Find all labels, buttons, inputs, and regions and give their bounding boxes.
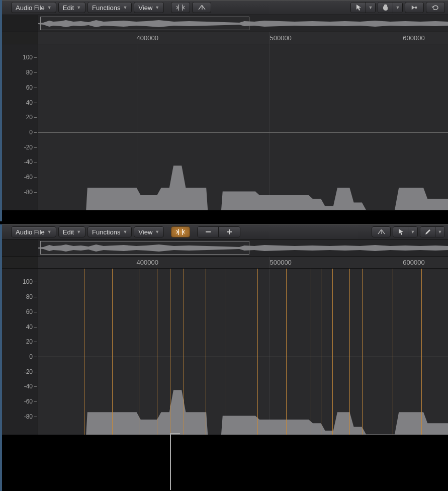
waveform-shape-icon [38,269,448,435]
menu-label: View [138,4,152,12]
svg-rect-2 [229,229,230,234]
plus-button[interactable] [219,227,240,237]
menu-audio-file[interactable]: Audio File▼ [11,2,56,13]
overview-track[interactable] [38,239,448,256]
chevron-down-icon: ▼ [123,5,127,10]
overview-gutter [2,239,38,256]
waveform-main[interactable]: 100 80 60 40 20 0 -20 -40 -60 -80 [2,269,448,435]
menu-label: Edit [63,228,74,236]
chevron-down-icon: ▼ [76,229,81,234]
overview-selection[interactable] [40,17,249,30]
menu-label: Audio File [16,228,45,236]
amp-label: 100 [23,278,33,285]
amplitude-gutter: 100 80 60 40 20 0 -20 -40 -60 -80 [2,44,38,210]
ruler-label: 500000 [270,259,291,266]
chevron-down-icon[interactable]: ▼ [435,227,444,237]
amp-label: 80 [26,293,33,300]
waveform-overview[interactable] [2,15,448,32]
transient-marker[interactable] [332,269,333,435]
audio-editor-panel-top: Audio File▼ Edit▼ Functions▼ View▼ ▼ ▼ [0,0,448,221]
hand-tool-selector[interactable]: ▼ [378,2,403,13]
amp-label: 60 [26,308,33,315]
pencil-icon[interactable] [420,227,435,237]
preview-button[interactable] [405,2,424,13]
transient-marker[interactable] [170,269,170,435]
chevron-down-icon[interactable]: ▼ [408,227,417,237]
amp-label: -20 [24,368,33,375]
chevron-down-icon[interactable]: ▼ [366,3,375,13]
pointer-tool-selector[interactable]: ▼ [393,226,418,237]
waveform-track[interactable] [38,269,448,435]
transient-marker[interactable] [139,269,139,435]
transient-mode-button[interactable] [171,2,190,13]
chevron-down-icon[interactable]: ▼ [393,3,402,13]
transient-marker[interactable] [225,269,225,435]
chevron-down-icon: ▼ [47,5,52,10]
transient-marker[interactable] [311,269,311,435]
ruler-label: 600000 [403,34,424,42]
menu-edit[interactable]: Edit▼ [58,2,85,13]
transient-marker[interactable] [362,269,363,435]
svg-rect-0 [206,231,211,232]
ruler-track[interactable]: 400000 500000 600000 [38,257,448,268]
waveform-track[interactable] [38,44,448,210]
amp-label: -60 [24,174,33,181]
hand-icon[interactable] [378,3,393,13]
amp-label: 20 [26,114,33,121]
overview-selection[interactable] [40,241,249,255]
transient-marker[interactable] [112,269,113,435]
flex-mode-button[interactable] [192,2,211,13]
amp-label: 20 [26,338,33,345]
menu-functions[interactable]: Functions▼ [87,226,132,237]
toolbar: Audio File▼ Edit▼ Functions▼ View▼ ▼ ▼ [2,224,448,239]
menu-view[interactable]: View▼ [134,2,164,13]
menu-view[interactable]: View▼ [134,226,164,237]
transient-marker[interactable] [184,269,184,435]
ruler-label: 500000 [270,34,291,42]
chevron-down-icon: ▼ [155,5,159,10]
overview-track[interactable] [38,15,448,32]
waveform-main[interactable]: 100 80 60 40 20 0 -20 -40 -60 -80 [2,44,448,210]
transient-marker[interactable] [421,269,422,435]
amp-label: -20 [24,144,33,151]
menu-functions[interactable]: Functions▼ [87,2,132,13]
audio-editor-panel-bottom: Audio File▼ Edit▼ Functions▼ View▼ ▼ ▼ [0,224,448,491]
menu-label: View [138,228,152,236]
amp-label: -80 [24,189,33,196]
pointer-icon[interactable] [351,3,366,13]
transient-marker[interactable] [157,269,157,435]
amp-label: 0 [29,129,33,136]
callout-leader [170,433,180,434]
amp-label: 0 [29,353,33,360]
amp-label: 40 [26,99,33,106]
menu-edit[interactable]: Edit▼ [58,226,85,237]
callout-leader [170,433,171,490]
minus-button[interactable] [198,227,219,237]
amp-label: 40 [26,323,33,331]
transient-marker[interactable] [321,269,321,435]
amplitude-gutter: 100 80 60 40 20 0 -20 -40 -60 -80 [2,269,38,435]
transient-sensitivity-stepper[interactable] [197,226,240,237]
toolbar: Audio File▼ Edit▼ Functions▼ View▼ ▼ ▼ [2,0,448,15]
time-ruler[interactable]: 400000 500000 600000 [2,32,448,44]
amp-label: -80 [24,413,33,420]
waveform-overview[interactable] [2,239,448,257]
transient-marker[interactable] [349,269,350,435]
amp-label: -40 [24,383,33,390]
amp-label: 60 [26,84,33,91]
pencil-tool-selector[interactable]: ▼ [420,226,445,237]
transient-marker[interactable] [393,269,393,435]
transient-marker[interactable] [286,269,287,435]
pointer-tool-selector[interactable]: ▼ [350,2,376,13]
transient-marker[interactable] [257,269,258,435]
cycle-button[interactable] [426,2,445,13]
ruler-track[interactable]: 400000 500000 600000 [38,32,448,44]
transient-marker[interactable] [84,269,84,435]
menu-audio-file[interactable]: Audio File▼ [11,226,56,237]
transient-marker[interactable] [206,269,206,435]
pointer-icon[interactable] [393,227,408,237]
ruler-label: 400000 [137,259,158,266]
time-ruler[interactable]: 400000 500000 600000 [2,257,448,269]
flex-mode-button[interactable] [372,226,391,237]
transient-mode-button[interactable] [171,226,190,237]
